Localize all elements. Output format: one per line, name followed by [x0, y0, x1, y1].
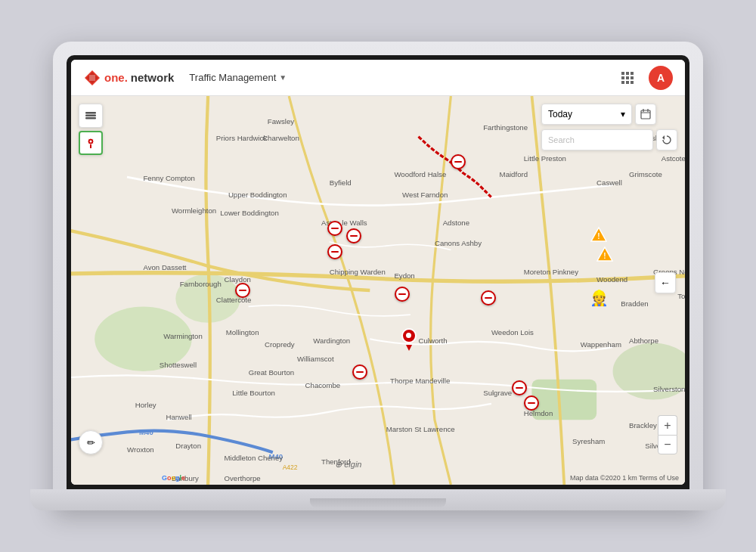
svg-text:Upper Boddington: Upper Boddington	[228, 191, 287, 199]
map-toolbar	[79, 104, 103, 155]
svg-text:West Farndon: West Farndon	[402, 191, 448, 199]
calendar-button[interactable]	[635, 104, 656, 125]
svg-text:Syresham: Syresham	[572, 437, 605, 445]
svg-text:Wardington: Wardington	[313, 336, 350, 345]
date-picker-row: Today ▾	[541, 104, 677, 125]
map-top-right-controls: Today ▾	[541, 104, 677, 150]
road-sign-9	[352, 364, 367, 380]
back-arrow-icon: ←	[660, 277, 671, 289]
back-arrow-button[interactable]: ←	[655, 272, 676, 293]
grid-svg	[621, 71, 634, 85]
svg-text:Caswell: Caswell	[596, 178, 622, 187]
svg-text:Wroxton: Wroxton	[127, 445, 154, 454]
svg-text:Bradden: Bradden	[621, 299, 648, 308]
road-sign-11	[524, 395, 539, 411]
edit-icon: ✏	[87, 437, 95, 448]
road-sign-3	[346, 228, 361, 243]
search-input[interactable]: Search	[541, 129, 653, 150]
svg-point-86	[90, 141, 92, 143]
svg-text:Drayton: Drayton	[175, 442, 201, 450]
svg-rect-4	[626, 72, 629, 75]
layers-button[interactable]	[79, 104, 103, 128]
svg-text:Astcote: Astcote	[662, 154, 685, 163]
laptop-screen: one. network Traffic Management ▼	[71, 60, 685, 485]
zoom-controls: + −	[658, 415, 677, 454]
pin-8	[400, 328, 418, 346]
svg-text:!: !	[604, 252, 606, 260]
svg-text:Shotteswell: Shotteswell	[160, 361, 197, 369]
road-marker-10[interactable]	[512, 380, 527, 395]
road-marker-3[interactable]	[346, 228, 361, 243]
logo-icon	[83, 69, 101, 87]
svg-text:Culworth: Culworth	[419, 336, 448, 345]
road-marker-6[interactable]	[395, 287, 410, 302]
svg-text:Woodford Halse: Woodford Halse	[394, 170, 446, 178]
svg-text:Great Bourton: Great Bourton	[249, 368, 294, 377]
svg-text:Farnborough: Farnborough	[180, 280, 222, 288]
svg-text:Chacombe: Chacombe	[305, 381, 341, 389]
road-sign-7	[481, 290, 496, 305]
svg-text:Byfield: Byfield	[330, 178, 352, 187]
svg-text:Mollington: Mollington	[226, 328, 259, 336]
grid-icon[interactable]	[615, 66, 640, 90]
svg-text:Fawsley: Fawsley	[268, 117, 294, 126]
road-marker-9[interactable]	[352, 364, 367, 380]
zoom-in-button[interactable]: +	[658, 415, 677, 435]
svg-text:Woodend: Woodend	[596, 275, 627, 284]
svg-rect-8	[631, 76, 634, 79]
road-sign-5	[235, 283, 250, 298]
date-label: Today	[548, 109, 572, 119]
zoom-out-button[interactable]: −	[658, 435, 677, 454]
svg-text:Maidford: Maidford	[500, 170, 528, 178]
svg-text:Wormleighton: Wormleighton	[172, 206, 216, 215]
warning-marker-2[interactable]: !	[596, 246, 613, 265]
warning-marker-1[interactable]: !	[590, 226, 607, 246]
svg-text:Charwelton: Charwelton	[262, 134, 299, 142]
edit-button[interactable]: ✏	[79, 430, 103, 454]
map-attribution: Map data ©2020 1 km Terms of Use	[570, 474, 679, 482]
svg-text:Warmington: Warmington	[163, 332, 203, 340]
user-avatar[interactable]: A	[649, 66, 673, 90]
laptop-outer: one. network Traffic Management ▼	[53, 42, 703, 510]
road-marker-7[interactable]	[481, 290, 496, 305]
svg-text:Moreton Pinkney: Moreton Pinkney	[524, 268, 578, 276]
map-container[interactable]: M40 M40 A422 Fawsley Charwelton Priors H…	[71, 96, 685, 485]
road-marker-11[interactable]	[524, 395, 539, 411]
road-marker-1[interactable]	[451, 154, 466, 169]
svg-text:Horley: Horley	[135, 401, 156, 409]
date-dropdown-arrow: ▾	[621, 109, 625, 119]
svg-text:Williamscot: Williamscot	[297, 355, 334, 363]
svg-text:Hanwell: Hanwell	[166, 413, 191, 421]
pin-marker-8[interactable]	[400, 328, 418, 346]
road-marker-2[interactable]	[327, 221, 342, 236]
nav-dropdown-arrow: ▼	[279, 73, 287, 82]
svg-text:Wappenham: Wappenham	[581, 340, 621, 349]
elgin-logo: ⊕ elgin	[335, 460, 361, 470]
svg-text:Overthorpe: Overthorpe	[225, 474, 261, 482]
location-button[interactable]	[79, 131, 103, 155]
svg-rect-82	[85, 112, 96, 114]
zoom-in-icon: +	[664, 419, 671, 433]
svg-rect-87	[641, 110, 650, 119]
laptop-base	[30, 489, 726, 510]
svg-rect-83	[85, 115, 96, 117]
svg-text:Avon Dassett: Avon Dassett	[143, 263, 186, 271]
worker-marker[interactable]: 👷	[590, 289, 609, 307]
svg-text:!: !	[598, 232, 600, 240]
road-marker-5[interactable]	[235, 283, 250, 298]
svg-text:Middleton Cheney: Middleton Cheney	[225, 454, 284, 462]
laptop-hinge	[310, 498, 446, 507]
road-sign-10	[512, 380, 527, 395]
logo-one: one.	[104, 71, 128, 84]
svg-text:Priors Hardwick: Priors Hardwick	[216, 134, 268, 142]
svg-text:Weedon Lois: Weedon Lois	[491, 328, 534, 336]
traffic-management-nav[interactable]: Traffic Management ▼	[183, 69, 293, 86]
road-sign-2	[327, 221, 342, 236]
road-sign-1	[451, 154, 466, 169]
refresh-button[interactable]	[656, 129, 677, 150]
svg-marker-2	[89, 75, 95, 81]
search-placeholder: Search	[548, 135, 575, 144]
date-select[interactable]: Today ▾	[541, 104, 632, 125]
svg-marker-91	[662, 135, 665, 140]
road-marker-4[interactable]	[327, 244, 342, 259]
